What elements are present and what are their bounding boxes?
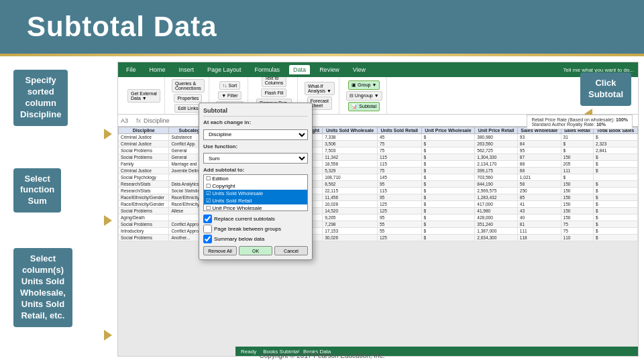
filter-btn[interactable]: ▼ Filter — [218, 91, 241, 100]
select-columns-arrow — [104, 330, 112, 341]
sort-btn[interactable]: ↑↓ Sort — [219, 81, 241, 90]
what-if-btn[interactable]: What-IfAnalysis ▼ — [305, 82, 335, 95]
get-external-data-group: Get ExternalData ▼ — [123, 77, 165, 114]
cancel-button[interactable]: Cancel — [274, 246, 308, 255]
page-title: Subtotal Data — [27, 11, 217, 43]
remove-all-button[interactable]: Remove All — [203, 246, 237, 255]
ungroup-btn[interactable]: ⊟ Ungroup ▼ — [346, 91, 382, 101]
replace-current-row: Replace current subtotals — [203, 215, 308, 223]
table-row: Aging/Death120169,26595$428,00040150$ — [119, 215, 638, 221]
table-row: Race/Ethnicity/GenderRace/Ethnicity22017… — [119, 194, 638, 201]
replace-current-label: Replace current subtotals — [214, 216, 275, 222]
review-tab[interactable]: Review — [315, 65, 343, 74]
cell-reference: A3 — [121, 117, 128, 124]
table-row: Social Psychology12017108,710145$703,560… — [119, 174, 638, 181]
table-row: Criminal JusticeConflict App.Marriage an… — [119, 141, 638, 147]
spreadsheet: Discipline Subcategory Book Title Editio… — [118, 127, 638, 241]
list-item-copyright[interactable]: ☐ Copyright — [204, 182, 307, 190]
header-banner: Subtotal Data — [0, 0, 644, 54]
get-external-btn[interactable]: Get ExternalData ▼ — [127, 89, 160, 103]
data-table: Discipline Subcategory Book Title Editio… — [118, 127, 638, 241]
specify-sorted-arrow — [104, 129, 112, 139]
subtotal-dialog: Subtotal At each change in: Discipline U… — [199, 103, 313, 260]
table-row: Social ProblemsAllese3201614,520125$41,9… — [119, 208, 638, 215]
file-tab[interactable]: File — [122, 65, 140, 74]
table-row: FamilyMarriage and Fam...3201618,558115$… — [119, 161, 638, 168]
ok-button[interactable]: OK — [239, 246, 272, 255]
retail-price-label: Retail Price Rate (Based on wholesale): … — [531, 117, 628, 122]
page-layout-tab[interactable]: Page Layout — [203, 65, 246, 74]
copyright-bar: Copyright © 2017 Pearson Education, Inc. — [0, 352, 644, 359]
table-row: Social ProblemsGeneral2201511,342115$1,3… — [119, 154, 638, 161]
at-each-change-label: At each change in: — [203, 119, 308, 125]
add-subtotal-label: Add subtotal to: — [203, 167, 308, 173]
summary-below-row: Summary below data — [203, 235, 308, 243]
annotations-panel: Specify sorted column Discipline Select … — [0, 56, 117, 362]
excel-screenshot: File Home Insert Page Layout Formulas Da… — [117, 62, 639, 357]
col-header-price-wholesale: Unit Price Wholesale — [421, 127, 475, 134]
table-row: Criminal JusticeSubstanceA collection of… — [119, 134, 638, 141]
col-header-units-wholesale: Units Sold Wholesale — [323, 127, 378, 134]
col-header-units-retail: Units Sold Retail — [377, 127, 421, 134]
page-break-label: Page break between groups — [214, 226, 281, 232]
page-break-row: Page break between groups — [203, 225, 308, 233]
summary-below-label: Summary below data — [214, 236, 264, 242]
data-tab[interactable]: Data — [289, 65, 310, 74]
view-tab[interactable]: View — [349, 65, 370, 74]
list-item-edition[interactable]: ☐ Edition — [204, 175, 307, 182]
use-function-select[interactable]: Sum Count Average Max Min — [203, 153, 308, 164]
insert-tab[interactable]: Insert — [175, 65, 199, 74]
table-row: Research/StatsSocial Statistics6201622,1… — [119, 188, 638, 194]
select-function-arrow — [104, 215, 112, 226]
table-row: IntroductoryConflict Approach1201117,153… — [119, 228, 638, 235]
formula-content: Discipline — [144, 117, 170, 124]
info-box: Retail Price Rate (Based on wholesale): … — [527, 115, 633, 129]
table-row: Research/StatsData Analytics120168,56295… — [119, 181, 638, 188]
select-columns-annotation: Select column(s) Units Sold Wholesale, U… — [13, 248, 111, 340]
table-row: Social ProblemsGeneral120157,50375$562,7… — [119, 147, 638, 154]
specify-sorted-box: Specify sorted column Discipline — [13, 70, 68, 126]
flash-fill-btn[interactable]: Flash Fill — [261, 88, 286, 97]
subtotal-btn[interactable]: 📊 Subtotal — [348, 102, 380, 111]
use-function-label: Use function: — [203, 143, 308, 149]
add-subtotal-listbox[interactable]: ☐ Edition ☐ Copyright ☑ Units Sold Whole… — [203, 174, 308, 211]
royalty-label: Standard Author Royalty Rate: 10% — [531, 122, 628, 127]
specify-sorted-annotation: Specify sorted column Discipline — [13, 70, 111, 139]
at-each-change-select[interactable]: Discipline — [203, 129, 308, 140]
table-row: Social ProblemsAnother...1201330,026125$… — [119, 235, 638, 241]
group-btn[interactable]: ▣ Group ▼ — [348, 80, 380, 90]
select-function-annotation: Select function Sum — [13, 168, 111, 227]
home-tab[interactable]: Home — [146, 65, 170, 74]
properties-btn[interactable]: Properties — [174, 94, 202, 103]
select-columns-box: Select column(s) Units Sold Wholesale, U… — [13, 248, 72, 326]
copyright-text: Copyright © 2017 Pearson Education, Inc. — [260, 352, 385, 359]
col-header-discipline: Discipline — [119, 127, 169, 134]
ribbon-tabs: File Home Insert Page Layout Formulas Da… — [118, 62, 638, 77]
outline-group: ▣ Group ▼ ⊟ Ungroup ▼ 📊 Subtotal — [342, 77, 387, 114]
list-item-units-wholesale[interactable]: ☑ Units Sold Wholesale — [204, 190, 307, 197]
table-row: Social ProblemsConflict Approach420147,2… — [119, 221, 638, 228]
formulas-tab[interactable]: Formulas — [251, 65, 284, 74]
summary-below-checkbox[interactable] — [203, 235, 212, 243]
replace-current-checkbox[interactable] — [203, 215, 212, 223]
main-content: Specify sorted column Discipline Select … — [0, 56, 644, 362]
dialog-title: Subtotal — [203, 107, 308, 117]
col-header-price-retail: Unit Price Retail — [475, 127, 518, 134]
list-item-price-wholesale[interactable]: ☐ Unit Price Wholesale — [204, 204, 307, 211]
list-item-units-retail[interactable]: ☑ Units Sold Retail — [204, 197, 307, 204]
queries-connections-btn[interactable]: Queries &Connections — [172, 79, 205, 93]
select-function-box: Select function Sum — [13, 168, 61, 213]
page-break-checkbox[interactable] — [203, 225, 212, 233]
edit-links-btn[interactable]: Edit Links — [174, 104, 201, 113]
ribbon-buttons: Get ExternalData ▼ Queries &Connections … — [118, 77, 638, 115]
click-subtotal-annotation: Click Subtotal — [580, 72, 631, 119]
text-to-columns-btn[interactable]: Text toColumns — [262, 77, 287, 87]
click-subtotal-box: Click Subtotal — [580, 72, 631, 106]
table-row: Race/Ethnicity/GenderRace/Ethnicity12017… — [119, 201, 638, 208]
table-row: Criminal JusticeJuvenile Delinquency4201… — [119, 168, 638, 174]
dialog-buttons: Remove All OK Cancel — [203, 246, 308, 255]
